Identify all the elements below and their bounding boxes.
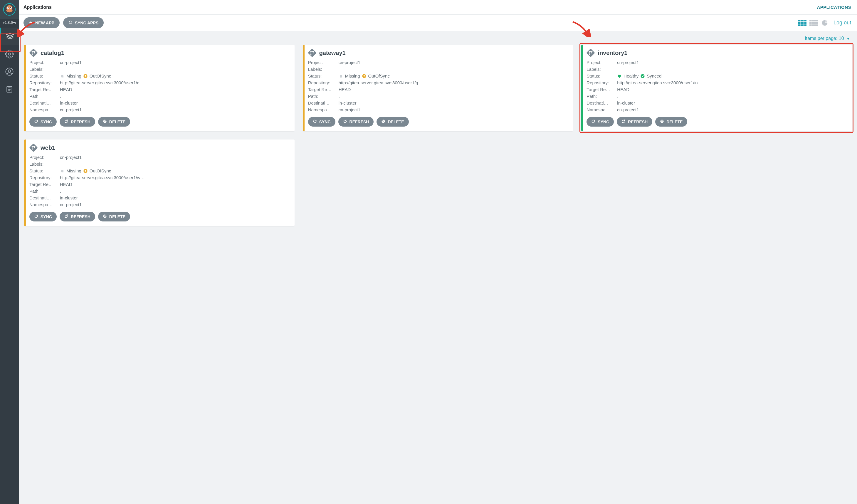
app-card[interactable]: inventory1 Project: cn-project1 Labels: … xyxy=(581,45,852,131)
svg-rect-14 xyxy=(801,22,803,23)
delete-label: DELETE xyxy=(667,120,683,124)
field-namespace-value: cn-project1 xyxy=(339,107,569,112)
sync-apps-button[interactable]: SYNC APPS xyxy=(63,17,104,28)
field-path-label: Path: xyxy=(29,188,57,194)
sync-label: SYNC xyxy=(598,120,609,124)
svg-rect-17 xyxy=(801,24,803,26)
sync-button[interactable]: SYNC xyxy=(308,117,335,127)
delete-icon xyxy=(660,119,664,124)
sync-button[interactable]: SYNC xyxy=(587,117,614,127)
refresh-icon xyxy=(34,119,38,124)
reload-icon xyxy=(343,119,347,124)
field-project-label: Project: xyxy=(29,155,57,160)
new-app-button[interactable]: NEW APP xyxy=(23,17,60,28)
sidebar: v1.8.6+ι xyxy=(0,0,19,504)
delete-button[interactable]: DELETE xyxy=(655,117,687,127)
breadcrumb: APPLICATIONS xyxy=(817,5,851,10)
refresh-button[interactable]: REFRESH xyxy=(60,212,95,221)
field-status-label: Status: xyxy=(308,73,336,79)
field-status-value: MissingOutOfSync xyxy=(60,168,290,173)
refresh-icon xyxy=(313,119,317,124)
svg-rect-11 xyxy=(801,20,803,21)
app-name: gateway1 xyxy=(319,50,346,56)
delete-button[interactable]: DELETE xyxy=(98,117,130,127)
app-name: inventory1 xyxy=(598,50,627,56)
field-labels-label: Labels: xyxy=(587,67,615,72)
field-destination-label: Destinati… xyxy=(587,100,615,105)
refresh-button[interactable]: REFRESH xyxy=(338,117,374,127)
svg-point-5 xyxy=(10,7,11,8)
delete-button[interactable]: DELETE xyxy=(376,117,408,127)
field-status-value: MissingOutOfSync xyxy=(339,73,569,79)
refresh-button[interactable]: REFRESH xyxy=(60,117,95,127)
field-path-value: . xyxy=(339,94,569,99)
svg-rect-24 xyxy=(811,24,818,26)
logout-link[interactable]: Log out xyxy=(834,20,851,26)
field-project-label: Project: xyxy=(308,60,336,65)
ghost-icon xyxy=(339,74,343,79)
app-card[interactable]: gateway1 Project: cn-project1 Labels: St… xyxy=(303,45,573,131)
items-per-page-label: Items per page: xyxy=(805,36,837,41)
field-namespace-value: cn-project1 xyxy=(60,202,290,207)
refresh-label: REFRESH xyxy=(350,120,369,124)
svg-point-33 xyxy=(310,53,311,55)
git-branch-icon xyxy=(308,49,316,57)
svg-rect-16 xyxy=(798,24,800,26)
field-target-label: Target Re… xyxy=(587,87,615,92)
sync-label: SYNC xyxy=(319,120,331,124)
field-target-label: Target Re… xyxy=(308,87,336,92)
svg-rect-19 xyxy=(809,20,811,21)
refresh-button[interactable]: REFRESH xyxy=(617,117,652,127)
field-repository-label: Repository: xyxy=(29,80,57,85)
field-path-value: . xyxy=(617,94,847,99)
svg-point-44 xyxy=(32,146,33,147)
field-status-label: Status: xyxy=(587,73,615,79)
field-namespace-value: cn-project1 xyxy=(617,107,847,112)
field-destination-label: Destinati… xyxy=(29,100,57,105)
delete-label: DELETE xyxy=(109,214,125,219)
sync-label: SYNC xyxy=(40,214,52,219)
sidebar-stack-icon[interactable] xyxy=(0,28,19,45)
sidebar-user-icon[interactable] xyxy=(0,63,19,81)
field-status-value: MissingOutOfSync xyxy=(60,73,290,79)
ghost-icon xyxy=(60,169,65,173)
field-path-label: Path: xyxy=(308,94,336,99)
field-status-value: HealthySynced xyxy=(617,73,847,79)
sidebar-docs-icon[interactable] xyxy=(0,81,19,98)
git-branch-icon xyxy=(29,144,38,152)
svg-point-4 xyxy=(7,7,9,8)
field-repository-value: http://gitea-server.gitea.svc:3000/user1… xyxy=(60,80,290,85)
svg-point-6 xyxy=(8,53,11,55)
field-namespace-label: Namespa… xyxy=(308,107,336,112)
git-branch-icon xyxy=(29,49,38,57)
field-status-label: Status: xyxy=(29,73,57,79)
view-pie-icon[interactable] xyxy=(821,20,829,26)
arrow-up-circle-icon xyxy=(83,74,88,79)
items-per-page[interactable]: Items per page: 10 ▼ xyxy=(24,35,852,45)
view-tiles-icon[interactable] xyxy=(798,20,806,26)
field-project-value: cn-project1 xyxy=(339,60,569,65)
sidebar-settings-icon[interactable] xyxy=(0,45,19,63)
field-namespace-value: cn-project1 xyxy=(60,107,290,112)
delete-label: DELETE xyxy=(388,120,404,124)
svg-rect-31 xyxy=(308,49,316,57)
field-destination-value: in-cluster xyxy=(339,100,569,105)
toolbar: NEW APP SYNC APPS xyxy=(19,15,857,31)
app-card[interactable]: catalog1 Project: cn-project1 Labels: St… xyxy=(24,45,295,131)
sync-button[interactable]: SYNC xyxy=(29,212,57,221)
app-card[interactable]: web1 Project: cn-project1 Labels: Status… xyxy=(24,139,295,226)
delete-button[interactable]: DELETE xyxy=(98,212,130,221)
field-labels-value xyxy=(339,67,569,72)
view-list-icon[interactable] xyxy=(809,20,818,26)
field-namespace-label: Namespa… xyxy=(29,107,57,112)
field-labels-value xyxy=(60,162,290,167)
sync-button[interactable]: SYNC xyxy=(29,117,57,127)
field-target-value: HEAD xyxy=(60,182,290,187)
arrow-up-circle-icon xyxy=(83,169,88,173)
svg-point-8 xyxy=(8,70,11,72)
refresh-icon xyxy=(591,119,595,124)
svg-rect-23 xyxy=(809,24,811,26)
svg-rect-21 xyxy=(809,22,811,23)
app-name: catalog1 xyxy=(40,50,64,56)
field-repository-value: http://gitea-server.gitea.svc:3000/user1… xyxy=(60,175,290,180)
